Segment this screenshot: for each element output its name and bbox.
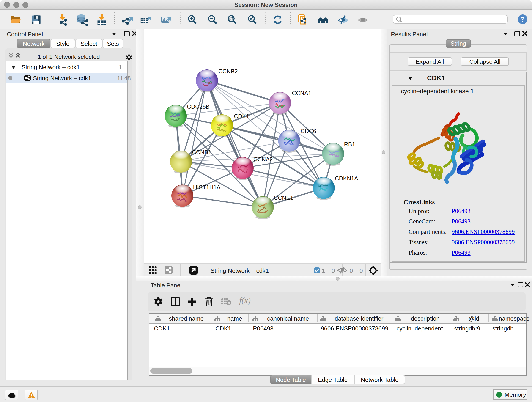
svg-text:CCNA1: CCNA1 — [292, 90, 311, 96]
svg-text:CCNA2: CCNA2 — [253, 156, 273, 162]
svg-text:CCNB1: CCNB1 — [192, 149, 211, 155]
svg-text:CDC6: CDC6 — [301, 128, 316, 134]
svg-text:CCNE1: CCNE1 — [274, 195, 293, 201]
svg-text:RB1: RB1 — [344, 141, 355, 147]
svg-text:CCNB2: CCNB2 — [218, 68, 238, 75]
svg-text:CDC25B: CDC25B — [187, 103, 210, 110]
svg-text:CDKN1A: CDKN1A — [335, 175, 358, 182]
svg-text:CDK1: CDK1 — [234, 113, 249, 119]
svg-text:HIST1H1A: HIST1H1A — [193, 184, 221, 191]
